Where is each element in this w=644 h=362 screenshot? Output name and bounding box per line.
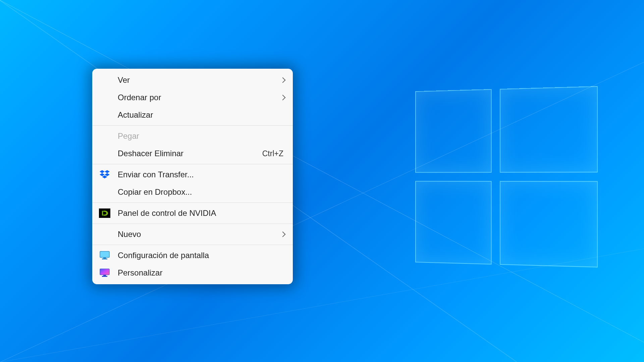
menu-item-label: Nuevo xyxy=(118,230,283,239)
dropbox-icon xyxy=(99,169,110,180)
menu-item-new[interactable]: Nuevo xyxy=(92,226,293,243)
menu-separator xyxy=(92,202,293,203)
svg-rect-10 xyxy=(103,275,106,276)
svg-marker-4 xyxy=(102,175,107,178)
menu-item-display-settings[interactable]: Configuración de pantalla xyxy=(92,247,293,264)
menu-item-send-with-transfer[interactable]: Enviar con Transfer... xyxy=(92,166,293,183)
menu-item-personalize[interactable]: Personalizar xyxy=(92,264,293,282)
monitor-icon xyxy=(99,250,110,261)
menu-item-sort-by[interactable]: Ordenar por xyxy=(92,89,293,106)
menu-separator xyxy=(92,125,293,126)
menu-item-label: Ordenar por xyxy=(118,93,283,102)
windows-logo xyxy=(415,86,593,269)
menu-item-copy-to-dropbox[interactable]: Copiar en Dropbox... xyxy=(92,183,293,201)
svg-marker-3 xyxy=(105,173,110,176)
menu-item-shortcut: Ctrl+Z xyxy=(262,149,283,158)
svg-rect-7 xyxy=(103,257,106,258)
menu-item-label: Enviar con Transfer... xyxy=(118,170,283,179)
desktop-context-menu: Ver Ordenar por Actualizar Pegar Deshace… xyxy=(92,69,293,284)
menu-item-view[interactable]: Ver xyxy=(92,71,293,89)
menu-separator xyxy=(92,245,293,245)
menu-item-refresh[interactable]: Actualizar xyxy=(92,106,293,124)
menu-item-label: Ver xyxy=(118,75,283,85)
svg-rect-8 xyxy=(102,258,107,259)
svg-rect-5 xyxy=(102,211,103,216)
windows-logo-pane xyxy=(415,181,492,264)
menu-separator xyxy=(92,224,293,224)
windows-logo-pane xyxy=(500,86,598,173)
menu-item-undo-delete[interactable]: Deshacer Eliminar Ctrl+Z xyxy=(92,145,293,162)
svg-marker-1 xyxy=(105,170,110,173)
menu-separator xyxy=(92,164,293,164)
nvidia-icon xyxy=(99,207,110,219)
personalize-icon xyxy=(99,267,110,279)
menu-item-label: Deshacer Eliminar xyxy=(118,149,262,158)
svg-rect-11 xyxy=(102,276,107,277)
menu-item-label: Pegar xyxy=(118,131,283,141)
windows-logo-pane xyxy=(500,181,598,267)
menu-item-label: Copiar en Dropbox... xyxy=(118,187,283,197)
desktop-wallpaper[interactable]: Ver Ordenar por Actualizar Pegar Deshace… xyxy=(0,0,644,362)
menu-item-label: Panel de control de NVIDIA xyxy=(118,208,283,218)
svg-rect-9 xyxy=(100,269,109,275)
svg-marker-2 xyxy=(100,173,105,176)
menu-item-label: Configuración de pantalla xyxy=(118,251,283,260)
windows-logo-pane xyxy=(415,89,492,173)
menu-item-label: Actualizar xyxy=(118,110,283,120)
svg-marker-0 xyxy=(100,170,105,173)
menu-item-paste: Pegar xyxy=(92,127,293,145)
svg-rect-6 xyxy=(100,251,109,257)
menu-item-nvidia-control-panel[interactable]: Panel de control de NVIDIA xyxy=(92,204,293,222)
menu-item-label: Personalizar xyxy=(118,268,283,278)
